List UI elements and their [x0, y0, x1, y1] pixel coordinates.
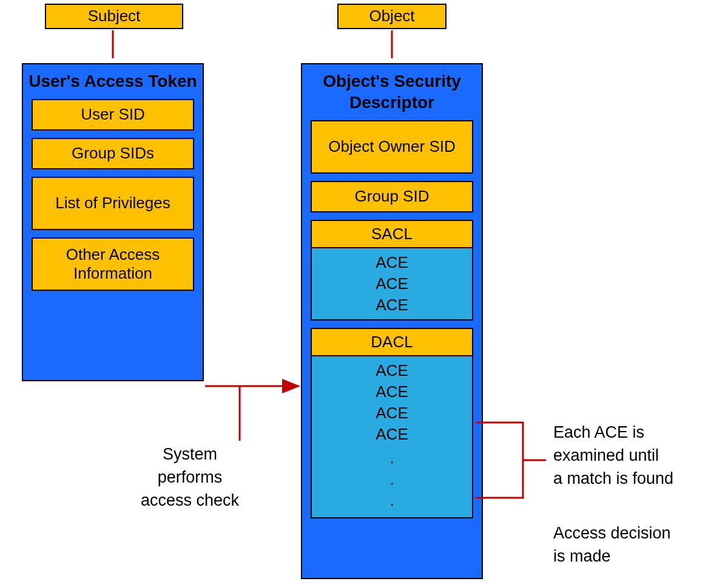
security-descriptor-container: Object's Security Descriptor Object Owne… [301, 63, 483, 579]
caption-examine-l1: Each ACE is [553, 423, 644, 441]
caption-access-check-l2: performs [158, 468, 223, 486]
dacl-ace: ACE [312, 360, 472, 381]
caption-decision: Access decision is made [553, 522, 671, 568]
object-label: Object [369, 7, 414, 25]
dacl-ace: ACE [312, 424, 472, 445]
dacl-ace: . [312, 445, 472, 469]
sacl-header: SACL [312, 221, 472, 248]
sacl-block: SACL ACE ACE ACE [311, 220, 473, 321]
descriptor-owner-label: Object Owner SID [328, 137, 456, 156]
caption-access-check: System performs access check [132, 443, 248, 512]
caption-examine: Each ACE is examined until a match is fo… [553, 421, 673, 490]
caption-decision-l2: is made [553, 547, 611, 565]
subject-label: Subject [88, 7, 141, 25]
token-user-sid: User SID [32, 99, 194, 131]
caption-access-check-l1: System [163, 445, 217, 463]
token-privileges: List of Privileges [32, 177, 194, 230]
caption-access-check-l3: access check [141, 491, 239, 509]
descriptor-group-label: Group SID [355, 187, 430, 206]
sacl-ace: ACE [312, 252, 472, 273]
dacl-ace: ACE [312, 402, 472, 424]
dacl-body: ACE ACE ACE ACE . . . [312, 356, 472, 517]
token-other-label: Other Access Information [36, 245, 189, 283]
subject-box: Subject [45, 4, 183, 29]
dacl-header: DACL [312, 329, 472, 356]
descriptor-owner: Object Owner SID [311, 120, 473, 174]
descriptor-group: Group SID [311, 181, 473, 212]
dacl-block: DACL ACE ACE ACE ACE . . . [311, 328, 473, 518]
descriptor-title: Object's Security Descriptor [302, 64, 482, 120]
token-other: Other Access Information [32, 237, 194, 291]
caption-decision-l1: Access decision [553, 524, 671, 542]
caption-examine-l3: a match is found [553, 469, 673, 487]
sacl-ace: ACE [312, 294, 472, 316]
token-group-sids: Group SIDs [32, 138, 194, 169]
token-title: User's Access Token [23, 64, 203, 99]
sacl-ace: ACE [312, 273, 472, 294]
dacl-ace: . [312, 490, 472, 511]
dacl-ace: ACE [312, 381, 472, 402]
object-box: Object [337, 4, 447, 29]
caption-examine-l2: examined until [553, 446, 659, 464]
token-group-sids-label: Group SIDs [72, 144, 154, 163]
sacl-body: ACE ACE ACE [312, 248, 472, 319]
access-token-container: User's Access Token User SID Group SIDs … [22, 63, 204, 381]
dacl-ace: . [312, 469, 472, 490]
token-privileges-label: List of Privileges [55, 194, 170, 212]
token-user-sid-label: User SID [81, 105, 144, 124]
